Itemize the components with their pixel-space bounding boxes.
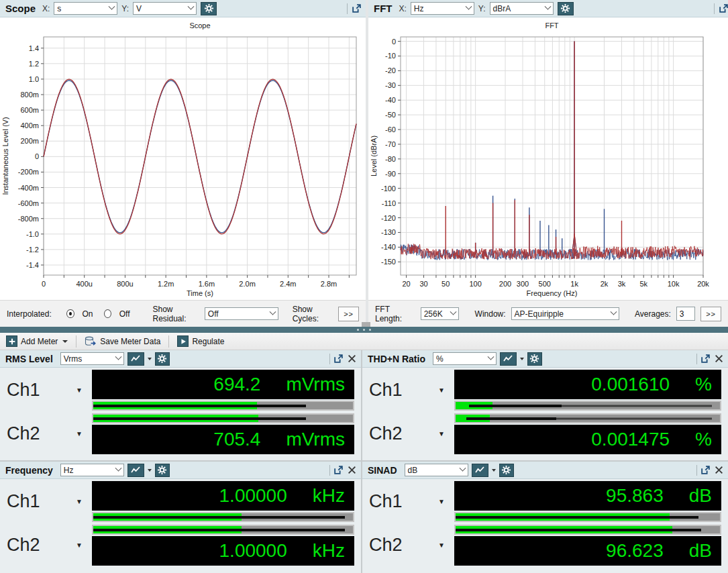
popout-icon[interactable]: [333, 465, 344, 475]
meter-value-display: 694.2 mVrms: [92, 370, 354, 399]
svg-text:1.6m: 1.6m: [199, 280, 215, 288]
chevron-down-icon: [269, 309, 276, 315]
regulate-button[interactable]: Regulate: [174, 334, 227, 348]
meter-settings-button[interactable]: [155, 352, 170, 366]
meter-graph-button[interactable]: [472, 464, 488, 477]
meter-value-display: 0.001610 %: [454, 370, 721, 399]
meter-channel-row: Ch1▼ 694.2 mVrms: [0, 370, 361, 411]
svg-text:30: 30: [419, 280, 427, 288]
divider: [329, 465, 330, 476]
popout-icon[interactable]: [700, 465, 711, 475]
chevron-down-icon[interactable]: [520, 358, 524, 360]
channel-selector[interactable]: Ch2▼: [0, 525, 92, 566]
meter-bar-peak-line: [93, 405, 306, 407]
meter-unit: %: [695, 429, 712, 450]
channel-selector[interactable]: Ch2▼: [362, 525, 454, 566]
show-residual-select[interactable]: Off: [205, 307, 278, 320]
chevron-down-icon[interactable]: [492, 469, 496, 472]
svg-text:Frequency (Hz): Frequency (Hz): [527, 289, 578, 297]
scope-y-label: Y:: [121, 4, 129, 13]
svg-text:-150: -150: [381, 258, 396, 266]
meter-value-display: 1.00000 kHz: [92, 536, 354, 566]
gear-icon: [529, 354, 539, 364]
chevron-down-icon: [459, 465, 466, 472]
analyzer-panels: Scope X: s Y: V Scope1.41.21.0800m600m40…: [0, 0, 728, 327]
gear-icon: [157, 465, 167, 475]
meter-bar: [92, 413, 354, 423]
averages-input[interactable]: 3: [676, 307, 695, 321]
meter-unit-select[interactable]: Vrms: [60, 352, 124, 365]
meter-bar-peak-line: [469, 405, 562, 407]
gear-icon: [560, 3, 570, 13]
meter-bar: [454, 413, 721, 423]
scope-x-unit-select[interactable]: s: [54, 2, 117, 15]
meter-graph-button[interactable]: [500, 352, 517, 366]
svg-text:-80: -80: [385, 155, 396, 163]
meter-channel-row: Ch2▼ 1.00000 kHz: [0, 525, 361, 566]
scope-settings-button[interactable]: [201, 2, 217, 15]
svg-text:-10: -10: [385, 52, 396, 60]
svg-text:10k: 10k: [668, 280, 680, 288]
close-icon[interactable]: [347, 465, 357, 475]
popout-icon[interactable]: [352, 3, 362, 13]
channel-selector[interactable]: Ch1▼: [0, 481, 92, 522]
svg-text:200: 200: [499, 280, 511, 288]
fft-x-unit-select[interactable]: Hz: [411, 2, 474, 15]
divider: [329, 354, 330, 364]
svg-text:500: 500: [539, 280, 551, 288]
channel-selector[interactable]: Ch2▼: [0, 413, 92, 454]
fft-settings-button[interactable]: [558, 2, 574, 15]
interpolated-off-radio[interactable]: [104, 309, 111, 318]
meter-value: 0.001610: [591, 374, 670, 395]
meter-bar: [92, 512, 354, 522]
add-meter-button[interactable]: Add Meter: [3, 334, 71, 348]
interpolated-on-radio[interactable]: [66, 309, 74, 318]
svg-text:1.0: 1.0: [29, 75, 39, 83]
fft-length-select[interactable]: 256K: [421, 307, 460, 320]
save-meter-data-button[interactable]: Save Meter Data: [81, 335, 164, 348]
channel-selector[interactable]: Ch1▼: [0, 370, 92, 411]
channel-selector[interactable]: Ch2▼: [362, 413, 454, 454]
svg-text:-1.4: -1.4: [26, 261, 39, 269]
chevron-down-icon[interactable]: [148, 358, 152, 360]
meter-settings-button[interactable]: [155, 464, 170, 477]
svg-text:400m: 400m: [20, 121, 39, 129]
apx500-window: Scope X: s Y: V Scope1.41.21.0800m600m40…: [0, 0, 728, 573]
meter-title: Frequency: [5, 465, 53, 476]
svg-text:-70: -70: [385, 140, 396, 148]
fft-expand-button[interactable]: >>: [700, 307, 721, 321]
svg-text:-30: -30: [385, 81, 396, 89]
meter-settings-button[interactable]: [527, 352, 542, 366]
meter-graph-button[interactable]: [127, 464, 144, 477]
channel-selector[interactable]: Ch1▼: [362, 370, 454, 411]
svg-text:0: 0: [392, 38, 396, 46]
scope-y-unit-select[interactable]: V: [133, 2, 197, 15]
horizontal-splitter[interactable]: [0, 327, 728, 333]
popout-icon[interactable]: [333, 354, 344, 364]
fft-x-label: X:: [399, 4, 407, 13]
meter-bar-peak-line: [456, 529, 701, 531]
meter-settings-button[interactable]: [499, 464, 514, 477]
popout-icon[interactable]: [700, 354, 711, 364]
meter-bar-peak-line: [456, 516, 698, 519]
fft-y-unit-select[interactable]: dBrA: [490, 2, 554, 15]
meter-unit-select[interactable]: dB: [405, 464, 468, 476]
svg-text:2.0m: 2.0m: [239, 280, 255, 288]
close-icon[interactable]: [714, 465, 724, 475]
meter-unit-select[interactable]: %: [433, 352, 497, 365]
channel-selector[interactable]: Ch1▼: [362, 481, 454, 522]
svg-text:1k: 1k: [570, 280, 578, 288]
save-data-icon: [85, 336, 97, 347]
divider: [696, 465, 697, 476]
meter-unit-select[interactable]: Hz: [60, 464, 124, 476]
show-cycles-button[interactable]: >>: [338, 307, 359, 321]
chevron-down-icon[interactable]: [148, 469, 152, 472]
close-icon[interactable]: [714, 354, 724, 364]
divider: [347, 3, 348, 14]
window-select[interactable]: AP-Equiripple: [511, 307, 619, 320]
meter-bar-peak-line: [466, 417, 556, 420]
close-icon[interactable]: [347, 354, 357, 364]
splitter-handle[interactable]: [362, 322, 370, 327]
meter-graph-button[interactable]: [127, 352, 144, 366]
popout-icon[interactable]: [719, 3, 728, 13]
